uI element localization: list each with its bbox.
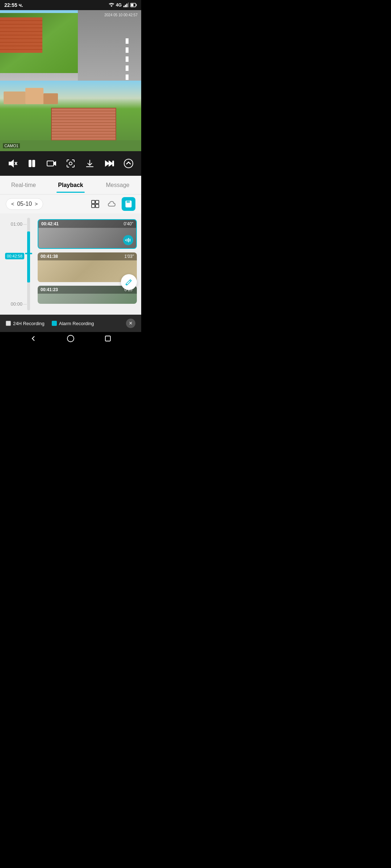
video-top: 2024 05 10 00:42:57 xyxy=(0,10,141,81)
svg-marker-0 xyxy=(110,5,113,7)
svg-point-21 xyxy=(124,159,133,168)
current-time-badge: 00:42:58 xyxy=(5,253,24,259)
clip-time-3: 00:41:23 xyxy=(41,287,58,292)
timeline-area: 01:00 00:00 00:42:58 00:42:41 0'40" xyxy=(0,213,141,315)
clip-info-3: 00:41:23 0'15" xyxy=(38,286,137,294)
svg-rect-2 xyxy=(125,5,126,7)
svg-rect-12 xyxy=(33,160,35,167)
clip-info-1: 00:42:41 0'40" xyxy=(38,220,136,228)
grid-view-button[interactable] xyxy=(88,197,102,211)
home-button[interactable] xyxy=(66,333,76,344)
tab-playback[interactable]: Playback xyxy=(47,178,94,193)
svg-rect-11 xyxy=(29,160,31,167)
clip-duration-2: 1'03" xyxy=(124,254,134,259)
clip-card-1[interactable]: 00:42:41 0'40" xyxy=(38,219,137,249)
screenshot-button[interactable] xyxy=(63,156,79,171)
tabs-row: Real-time Playback Message xyxy=(0,176,141,195)
download-button[interactable] xyxy=(82,156,98,171)
svg-marker-19 xyxy=(109,161,113,166)
legend-24h: 24H Recording xyxy=(6,321,45,326)
svg-line-34 xyxy=(130,280,131,281)
time-labels: 01:00 00:00 xyxy=(0,218,25,310)
brick-building xyxy=(51,108,116,144)
clip-time-2: 00:41:38 xyxy=(41,254,58,259)
date-nav-row: < 05-10 > xyxy=(0,195,141,213)
legend-label-alarm: Alarm Recording xyxy=(59,321,94,326)
signal-icon xyxy=(123,3,129,8)
svg-rect-3 xyxy=(126,4,127,7)
legend-items: 24H Recording Alarm Recording xyxy=(6,321,94,326)
svg-rect-32 xyxy=(128,238,129,242)
svg-rect-7 xyxy=(131,4,134,7)
fastforward-button[interactable] xyxy=(101,156,117,171)
more-button[interactable] xyxy=(121,156,136,171)
svg-marker-14 xyxy=(54,162,56,165)
tab-message[interactable]: Message xyxy=(94,178,141,193)
timeline-track-col[interactable]: 00:42:58 xyxy=(25,218,32,310)
bottom-legend: 24H Recording Alarm Recording × xyxy=(0,315,141,332)
svg-rect-20 xyxy=(113,161,114,166)
time-label-1: 01:00 xyxy=(10,221,22,227)
video-bottom: САМО1 xyxy=(0,81,141,151)
svg-point-15 xyxy=(69,162,72,165)
mute-button[interactable] xyxy=(5,156,21,171)
clip-audio-icon-1 xyxy=(123,235,133,245)
time-label-2: 00:00 xyxy=(10,301,22,307)
clip-info-2: 00:41:38 1'03" xyxy=(38,252,137,260)
status-icons: 4G xyxy=(109,3,137,8)
current-date: 05-10 xyxy=(17,201,32,207)
camera-label: САМО1 xyxy=(3,143,20,148)
status-bar: 22:55 ч. 4G xyxy=(0,0,141,10)
svg-rect-22 xyxy=(92,200,95,204)
timeline-segment xyxy=(27,231,30,282)
status-time: 22:55 ч. xyxy=(4,2,23,8)
svg-rect-23 xyxy=(96,200,99,204)
wifi-icon xyxy=(109,3,114,8)
clip-time-1: 00:42:41 xyxy=(41,221,59,226)
clip-card-3[interactable]: 00:41:23 0'15" xyxy=(38,286,137,304)
legend-dot-24h xyxy=(6,321,11,326)
legend-close-button[interactable]: × xyxy=(126,319,135,328)
svg-rect-24 xyxy=(92,204,95,208)
date-picker[interactable]: < 05-10 > xyxy=(6,198,43,210)
timestamp-overlay: 2024 05 10 00:42:57 xyxy=(104,13,138,17)
svg-rect-38 xyxy=(105,336,110,341)
svg-rect-25 xyxy=(96,204,99,208)
timeline-track xyxy=(27,218,30,310)
svg-point-37 xyxy=(67,335,74,342)
signal-label: 4G xyxy=(116,3,122,8)
legend-dot-alarm xyxy=(52,321,57,326)
storage-button[interactable] xyxy=(122,197,135,211)
legend-alarm: Alarm Recording xyxy=(52,321,94,326)
svg-rect-4 xyxy=(128,3,129,7)
clip-duration-1: 0'40" xyxy=(123,221,133,226)
view-options xyxy=(88,197,135,211)
legend-label-24h: 24H Recording xyxy=(13,321,45,326)
clips-col: 00:42:41 0'40" 00:41:38 1'03" xyxy=(32,218,141,310)
svg-rect-36 xyxy=(126,284,127,285)
svg-rect-30 xyxy=(125,239,126,241)
scene-top xyxy=(0,10,141,81)
svg-rect-1 xyxy=(123,6,125,7)
scene-bottom xyxy=(0,81,141,151)
android-nav-bar xyxy=(0,332,141,345)
battery-icon xyxy=(130,3,137,7)
svg-rect-31 xyxy=(127,239,127,242)
back-button[interactable] xyxy=(28,333,38,344)
pause-button[interactable] xyxy=(24,156,40,171)
cloud-button[interactable] xyxy=(105,197,119,211)
controls-bar xyxy=(0,151,141,176)
recents-button[interactable] xyxy=(103,333,113,344)
video-record-button[interactable] xyxy=(43,156,59,171)
svg-rect-6 xyxy=(136,4,137,6)
prev-date-arrow[interactable]: < xyxy=(11,201,14,207)
svg-marker-18 xyxy=(105,161,109,166)
svg-rect-33 xyxy=(130,239,130,242)
svg-rect-13 xyxy=(47,161,54,166)
tab-realtime[interactable]: Real-time xyxy=(0,178,47,193)
next-date-arrow[interactable]: > xyxy=(35,201,38,207)
edit-fab-button[interactable] xyxy=(121,274,137,290)
svg-marker-8 xyxy=(9,160,13,167)
